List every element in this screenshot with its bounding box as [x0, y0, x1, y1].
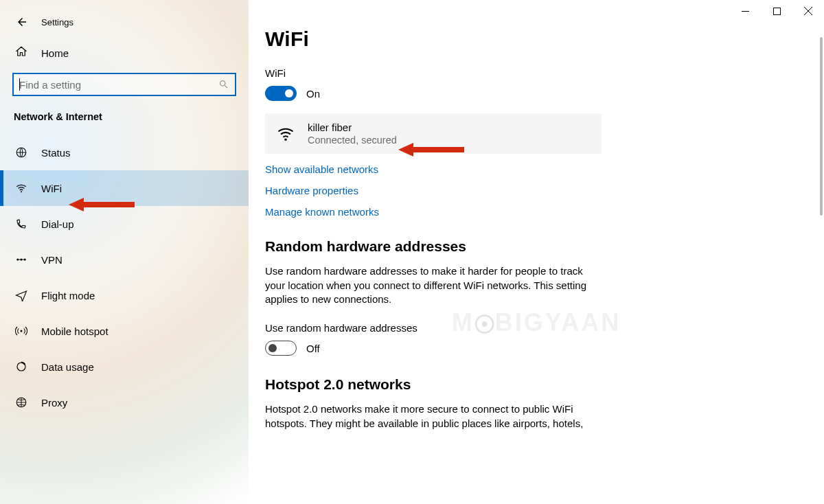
sidebar-item-label: Mobile hotspot: [41, 325, 108, 337]
globe-icon: [15, 146, 27, 159]
link-known-networks[interactable]: Manage known networks: [265, 206, 824, 218]
sidebar-item-dialup[interactable]: Dial-up: [0, 206, 249, 242]
wifi-icon: [15, 182, 27, 194]
hotspot20-description: Hotspot 2.0 networks make it more secure…: [265, 402, 602, 431]
search-input[interactable]: [19, 79, 218, 91]
sidebar-item-home[interactable]: Home: [0, 36, 249, 70]
link-hardware-properties[interactable]: Hardware properties: [265, 185, 824, 196]
sidebar-item-label: Flight mode: [41, 290, 95, 301]
svg-point-0: [220, 81, 226, 87]
minimize-icon: [742, 8, 749, 15]
text-cursor: [19, 78, 20, 91]
current-network-card[interactable]: killer fiber Connected, secured: [265, 113, 602, 154]
home-icon: [15, 45, 27, 60]
datausage-icon: [15, 360, 27, 373]
page-title: WiFi: [265, 27, 824, 51]
random-hw-description: Use random hardware addresses to make it…: [265, 264, 602, 307]
category-header: Network & Internet: [0, 108, 249, 135]
arrow-left-icon: [16, 16, 28, 28]
svg-line-1: [225, 85, 227, 88]
sidebar-item-label: VPN: [41, 254, 62, 266]
main-content: WiFi WiFi On killer fiber Connected, sec…: [249, 0, 824, 504]
sidebar-item-label: Dial-up: [41, 218, 74, 230]
vertical-scrollbar[interactable]: [820, 37, 823, 216]
minimize-button[interactable]: [729, 0, 761, 22]
random-hw-toggle[interactable]: [265, 341, 297, 356]
sidebar-item-datausage[interactable]: Data usage: [0, 349, 249, 385]
maximize-button[interactable]: [761, 0, 792, 22]
link-available-networks[interactable]: Show available networks: [265, 163, 824, 175]
network-status: Connected, secured: [308, 135, 397, 146]
hotspot20-heading: Hotspot 2.0 networks: [265, 376, 824, 393]
svg-point-3: [21, 191, 22, 192]
toggle-knob: [268, 344, 277, 352]
svg-point-7: [21, 330, 23, 332]
nav-list: Status WiFi Dial-up VPN: [0, 135, 249, 420]
hotspot-icon: [15, 325, 27, 337]
settings-window: Settings Home Network & Internet Status: [0, 0, 824, 504]
close-icon: [804, 7, 812, 15]
airplane-icon: [15, 289, 27, 301]
wifi-toggle-label: WiFi: [265, 67, 824, 79]
svg-point-10: [284, 138, 287, 141]
search-box[interactable]: [12, 73, 236, 96]
network-info: killer fiber Connected, secured: [308, 122, 397, 146]
wifi-toggle-state: On: [306, 88, 320, 100]
wifi-toggle[interactable]: [265, 86, 297, 101]
vpn-icon: [15, 253, 27, 266]
back-button[interactable]: [15, 15, 29, 29]
random-hw-toggle-row: Off: [265, 341, 824, 356]
network-ssid: killer fiber: [308, 122, 397, 133]
home-label: Home: [41, 47, 69, 59]
random-hw-toggle-state: Off: [306, 343, 320, 354]
app-title: Settings: [41, 17, 73, 27]
sidebar-item-label: Status: [41, 147, 71, 159]
phone-icon: [15, 218, 27, 230]
svg-rect-14: [773, 8, 780, 14]
sidebar-item-hotspot[interactable]: Mobile hotspot: [0, 313, 249, 349]
sidebar-item-vpn[interactable]: VPN: [0, 242, 249, 277]
sidebar-item-wifi[interactable]: WiFi: [0, 170, 249, 206]
wifi-signal-icon: [276, 124, 295, 144]
toggle-knob: [285, 89, 293, 98]
maximize-icon: [773, 8, 781, 15]
sidebar: Settings Home Network & Internet Status: [0, 0, 249, 504]
sidebar-item-status[interactable]: Status: [0, 135, 249, 170]
search-icon: [218, 79, 229, 90]
sidebar-item-proxy[interactable]: Proxy: [0, 385, 249, 420]
wifi-toggle-row: On: [265, 86, 824, 101]
close-button[interactable]: [792, 0, 824, 22]
titlebar: Settings: [0, 5, 249, 36]
sidebar-item-label: Proxy: [41, 397, 67, 409]
proxy-icon: [15, 396, 27, 409]
random-hw-toggle-label: Use random hardware addresses: [265, 322, 824, 334]
sidebar-item-label: WiFi: [41, 183, 62, 194]
sidebar-item-flight[interactable]: Flight mode: [0, 277, 249, 313]
window-controls: [729, 0, 824, 22]
sidebar-item-label: Data usage: [41, 361, 94, 373]
random-hw-heading: Random hardware addresses: [265, 238, 824, 255]
